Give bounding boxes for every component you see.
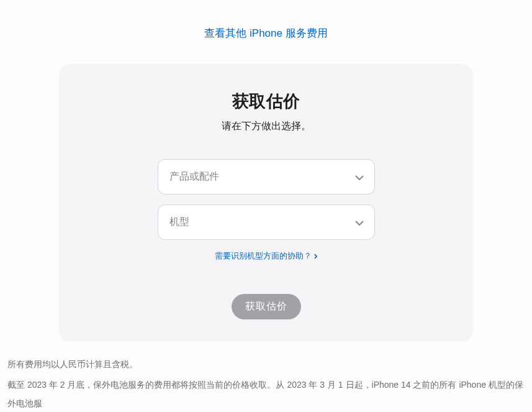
top-link-container: 查看其他 iPhone 服务费用	[0, 0, 532, 58]
card-title: 获取估价	[84, 90, 448, 112]
estimate-card: 获取估价 请在下方做出选择。 产品或配件 机型 需要识别机型方面的协助？ 获取估…	[59, 64, 473, 342]
product-select[interactable]: 产品或配件	[158, 159, 375, 195]
product-select-wrap: 产品或配件	[158, 159, 375, 195]
model-select[interactable]: 机型	[158, 204, 375, 240]
footer-line-1: 所有费用均以人民币计算且含税。	[7, 355, 525, 373]
footer-line-2: 截至 2023 年 2 月底，保外电池服务的费用都将按照当前的价格收取。从 20…	[7, 376, 525, 412]
identify-model-help-link[interactable]: 需要识别机型方面的协助？	[215, 250, 317, 262]
product-select-placeholder: 产品或配件	[169, 170, 219, 183]
help-link-label: 需要识别机型方面的协助？	[215, 250, 312, 262]
model-select-placeholder: 机型	[169, 216, 189, 229]
chevron-right-icon	[314, 254, 317, 259]
footer-line-2-part1: 截至 2023 年 2 月底，保外电池服务的费用都将按照当前的价格收取。从 20…	[7, 380, 523, 408]
help-link-container: 需要识别机型方面的协助？	[84, 250, 448, 262]
card-subtitle: 请在下方做出选择。	[84, 120, 448, 133]
footer-text: 所有费用均以人民币计算且含税。 截至 2023 年 2 月底，保外电池服务的费用…	[0, 342, 532, 412]
get-estimate-button[interactable]: 获取估价	[232, 294, 301, 319]
see-other-fees-link[interactable]: 查看其他 iPhone 服务费用	[204, 27, 327, 39]
model-select-wrap: 机型	[158, 204, 375, 240]
